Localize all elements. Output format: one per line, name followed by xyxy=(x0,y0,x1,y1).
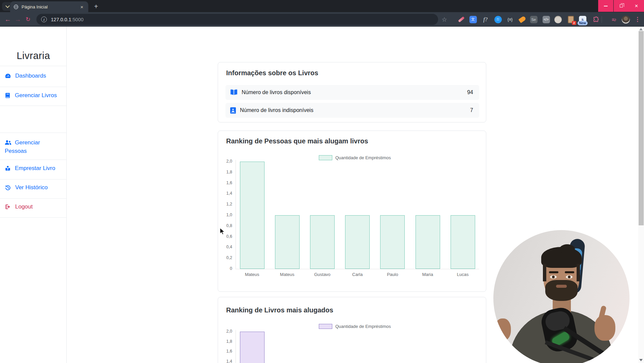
x-category-label: Maria xyxy=(412,272,443,277)
sidebar-item-gerenciar-livros[interactable]: Gerenciar Livros xyxy=(5,92,64,99)
code-extension-icon[interactable]: </> xyxy=(542,15,551,24)
books-bar-chart: Quantidade de Empréstimos2,01,81,61,41,2… xyxy=(218,297,486,363)
x-category-label: Mateus xyxy=(236,272,268,277)
x-axis-line xyxy=(236,269,479,269)
x-category-label: Gustavo xyxy=(306,272,338,277)
info-row-unavailable: Número de livros indisponíveis 7 xyxy=(225,103,479,118)
window-restore-button[interactable] xyxy=(614,0,629,12)
json-extension-icon[interactable]: {≡} xyxy=(505,15,515,24)
sidebar-item-dashboards[interactable]: Dashboards xyxy=(5,73,64,79)
sidebar-item-ver-historico[interactable]: Ver Histórico xyxy=(5,184,64,191)
y-tick-label: 0,4 xyxy=(219,245,232,249)
bar xyxy=(451,215,475,269)
playlist-extension-icon[interactable]: ≡♪ xyxy=(609,15,618,24)
site-info-icon[interactable]: i xyxy=(41,17,47,22)
new-tab-button[interactable]: + xyxy=(92,2,100,11)
sidebar-item-label: Ver Histórico xyxy=(15,184,48,191)
math-extension-icon[interactable]: f? xyxy=(481,15,490,24)
page-scrollbar[interactable] xyxy=(638,27,644,363)
back-button[interactable]: ← xyxy=(3,12,13,27)
bar xyxy=(275,215,300,269)
selenium-extension-icon[interactable]: Se xyxy=(529,15,538,24)
info-card-title: Informações sobre os Livros xyxy=(226,69,318,77)
scrollbar-up-icon[interactable] xyxy=(639,28,643,30)
translate-extension-icon[interactable]: 文 xyxy=(468,15,478,24)
x-category-label: Paulo xyxy=(377,272,408,277)
bar xyxy=(240,162,265,269)
legend-swatch xyxy=(319,324,332,329)
browser-tab[interactable]: Página Inicial × xyxy=(10,1,88,12)
sidebar-item-label: Gerenciar Livros xyxy=(15,92,57,99)
sidebar-item-logout[interactable]: Logout xyxy=(5,203,64,210)
clipboard-badge: 2 xyxy=(572,21,576,25)
tomato-extension-icon[interactable] xyxy=(553,15,562,24)
info-row-value: 94 xyxy=(467,89,473,95)
pen-extension-icon[interactable] xyxy=(457,15,466,24)
browser-tab-bar: Página Inicial × + × xyxy=(0,0,644,12)
bar xyxy=(310,215,335,269)
y-tick-label: 1,4 xyxy=(219,191,232,196)
x-category-label: Carla xyxy=(342,272,373,277)
logout-icon xyxy=(5,204,11,210)
y-tick-label: 2,0 xyxy=(219,329,232,334)
window-close-button[interactable]: × xyxy=(629,0,644,12)
y-tick-label: 1,4 xyxy=(219,359,232,363)
app-brand: Livraria xyxy=(0,50,67,61)
info-row-available: Número de livros disponíveis 94 xyxy=(225,85,479,100)
address-bar[interactable]: i 127.0.0.1:5000 xyxy=(36,14,438,25)
legend-swatch xyxy=(319,155,332,160)
bar xyxy=(416,215,440,269)
y-tick-label: 1,6 xyxy=(219,349,232,354)
bar xyxy=(240,332,265,363)
bar xyxy=(380,215,405,269)
sidebar-item-emprestar-livro[interactable]: Emprestar Livro xyxy=(5,165,64,172)
reload-button[interactable]: ↻ xyxy=(23,12,33,27)
sidebar: Livraria Dashboards Gerenciar Livros Ger… xyxy=(0,27,67,363)
tab-title: Página Inicial xyxy=(22,4,79,9)
toolbar-separator xyxy=(602,16,602,23)
y-axis-line xyxy=(236,330,236,363)
y-axis-line xyxy=(236,160,236,269)
forward-button[interactable]: → xyxy=(13,12,23,27)
minimize-icon xyxy=(604,6,608,6)
new-extension-icon[interactable]: S New xyxy=(578,15,587,24)
y-tick-label: 1,8 xyxy=(219,170,232,174)
y-tick-label: 0 xyxy=(219,266,232,271)
sidebar-item-label: Logout xyxy=(15,203,33,210)
info-row-value: 7 xyxy=(470,107,473,113)
new-badge: New xyxy=(577,21,588,25)
y-tick-label: 1,8 xyxy=(219,339,232,344)
page-content: Livraria Dashboards Gerenciar Livros Ger… xyxy=(0,27,644,363)
legend-label: Quantidade de Empréstimos xyxy=(335,155,391,160)
window-minimize-button[interactable] xyxy=(598,0,613,12)
browser-toolbar: ← → ↻ i 127.0.0.1:5000 ☆ 文 f? ⚿ {≡} Se <… xyxy=(0,12,644,27)
scrollbar-down-icon[interactable] xyxy=(639,359,643,361)
y-tick-label: 1,0 xyxy=(219,213,232,217)
chevron-down-icon xyxy=(5,4,10,8)
bar xyxy=(345,215,370,269)
sidebar-item-gerenciar-pessoas[interactable]: Gerenciar Pessoas xyxy=(5,138,59,155)
browser-menu-icon[interactable]: ⋮ xyxy=(633,15,642,24)
bookmark-star-icon[interactable]: ☆ xyxy=(440,15,449,24)
clipboard-extension-icon[interactable]: 2 xyxy=(566,15,575,24)
scrollbar-thumb[interactable] xyxy=(639,31,644,225)
book-open-icon xyxy=(230,89,238,95)
url-port: :5000 xyxy=(71,17,83,22)
sidebar-item-label: Dashboards xyxy=(15,73,46,79)
y-tick-label: 0,8 xyxy=(219,223,232,228)
people-ranking-card: Ranking de Pessoas que mais alugam livro… xyxy=(218,131,486,292)
x-category-label: Lucas xyxy=(447,272,479,277)
address-book-icon xyxy=(230,107,236,114)
users-icon xyxy=(5,139,11,145)
lock-extension-icon[interactable]: ⚿ xyxy=(493,15,502,24)
restore-icon xyxy=(620,4,623,7)
dashboard-icon xyxy=(5,73,11,79)
y-tick-label: 1,6 xyxy=(219,180,232,185)
extensions-puzzle-icon[interactable] xyxy=(591,15,601,24)
profile-avatar[interactable] xyxy=(621,15,630,24)
tag-extension-icon[interactable] xyxy=(518,15,527,24)
y-tick-label: 2,0 xyxy=(219,159,232,164)
y-tick-label: 1,2 xyxy=(219,202,232,206)
book-icon xyxy=(5,92,11,99)
tab-close-icon[interactable]: × xyxy=(79,4,85,10)
